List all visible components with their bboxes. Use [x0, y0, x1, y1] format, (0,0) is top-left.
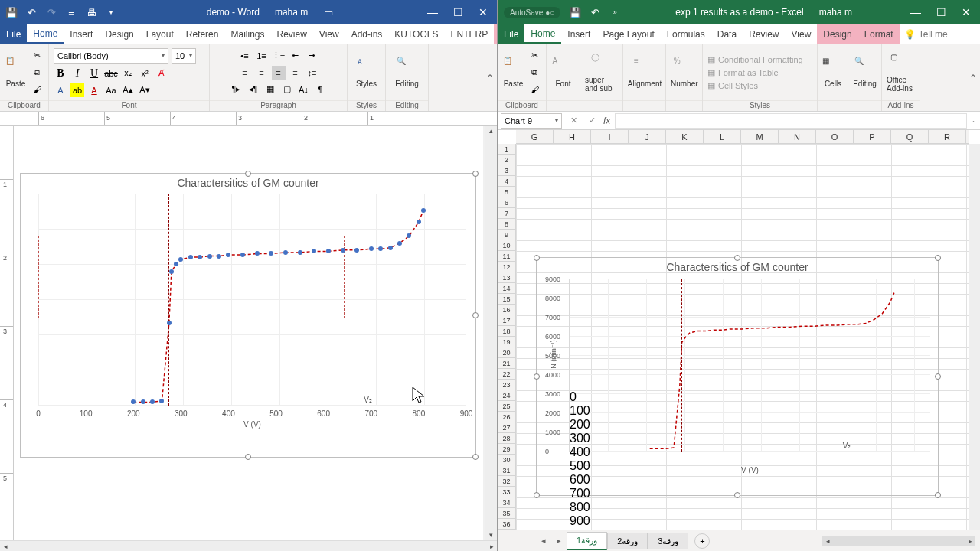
tab-mailings[interactable]: Mailings: [224, 24, 270, 44]
formula-input[interactable]: [615, 113, 967, 129]
qat-more-icon[interactable]: »: [609, 7, 620, 18]
data-point[interactable]: [169, 269, 174, 274]
highlight-icon[interactable]: ab: [70, 83, 84, 97]
word-document-area[interactable]: 654321 12345 Charactersitics of GM count…: [0, 112, 497, 551]
bold-button[interactable]: B: [54, 67, 67, 80]
data-point[interactable]: [378, 246, 383, 251]
list-icon[interactable]: ≡: [66, 7, 77, 18]
tab-chart-design[interactable]: Design: [817, 24, 858, 44]
resize-handle-sw[interactable]: [534, 492, 540, 498]
minimize-button[interactable]: —: [424, 6, 441, 18]
enter-icon[interactable]: ✓: [585, 116, 599, 126]
resize-handle-n[interactable]: [734, 255, 740, 261]
decrease-indent-icon[interactable]: ⇤: [289, 49, 302, 63]
align-center-icon[interactable]: ≡: [255, 66, 269, 80]
data-point[interactable]: [159, 399, 164, 403]
horizontal-scrollbar[interactable]: ◂▸: [822, 536, 975, 546]
tab-layout[interactable]: Layout: [140, 24, 180, 44]
tab-chart-format[interactable]: Format: [858, 24, 900, 44]
clear-format-icon[interactable]: A̸: [155, 67, 168, 80]
redo-icon[interactable]: ↷: [46, 7, 57, 18]
x-axis-title[interactable]: V (V): [243, 420, 261, 429]
tab-data[interactable]: Data: [711, 24, 743, 44]
data-point[interactable]: [312, 249, 316, 253]
save-icon[interactable]: 💾: [570, 7, 580, 18]
vertical-scrollbar[interactable]: [969, 144, 980, 530]
resize-handle-ne[interactable]: [935, 255, 941, 261]
data-point[interactable]: [188, 255, 193, 259]
grow-font-icon[interactable]: A▴: [121, 83, 135, 97]
bullet-list-icon[interactable]: •≡: [238, 49, 252, 63]
increase-indent-icon[interactable]: ⇥: [305, 49, 319, 63]
shading-icon[interactable]: ▦: [263, 83, 277, 96]
editing-button[interactable]: 🔍Editing: [390, 57, 423, 88]
expand-formula-bar-icon[interactable]: ⌄: [972, 117, 977, 124]
sheet-nav-prev-icon[interactable]: ◂: [536, 536, 551, 546]
editing-button[interactable]: 🔍Editing: [853, 57, 877, 88]
number-list-icon[interactable]: 1≡: [255, 49, 269, 63]
sheet-tab-2[interactable]: ورقة2: [607, 533, 648, 549]
data-point[interactable]: [178, 257, 183, 262]
print-icon[interactable]: 🖶: [86, 7, 96, 18]
chart-plot-area[interactable]: V₂ V (V) 0100200300400500600700800900: [38, 194, 466, 406]
data-point[interactable]: [217, 254, 221, 259]
autosave-toggle[interactable]: AutoSave ●○: [504, 7, 560, 18]
vertical-scrollbar[interactable]: ▴▾: [485, 126, 497, 540]
line-spacing-icon[interactable]: ↕≡: [305, 66, 319, 80]
resize-handle-e[interactable]: [935, 373, 941, 380]
resize-handle-se[interactable]: [472, 454, 479, 460]
cells-button[interactable]: ▦Cells: [822, 57, 844, 88]
data-point[interactable]: [388, 246, 393, 250]
copy-icon[interactable]: ⧉: [528, 66, 541, 80]
data-point[interactable]: [198, 255, 202, 259]
tab-file[interactable]: File: [498, 24, 524, 44]
addins-button[interactable]: ▢Office Add-ins: [887, 53, 915, 93]
tab-addins[interactable]: Add-ins: [345, 24, 389, 44]
word-page[interactable]: Charactersitics of GM counter V₂ V (V) 0…: [14, 126, 483, 540]
fx-icon[interactable]: fx: [603, 116, 610, 126]
user-icon[interactable]: ▭: [323, 7, 334, 18]
sheet-nav-next-icon[interactable]: ▸: [551, 536, 567, 546]
collapse-ribbon-icon[interactable]: ⌃: [486, 73, 494, 83]
maximize-button[interactable]: ☐: [450, 6, 466, 18]
close-button[interactable]: ✕: [959, 6, 974, 18]
column-headers[interactable]: GHIJKLMNOPQR: [516, 130, 969, 144]
copy-icon[interactable]: ⧉: [30, 66, 44, 80]
resize-handle-n[interactable]: [245, 171, 251, 177]
borders-icon[interactable]: ▢: [280, 83, 294, 96]
subscript-button[interactable]: x₂: [121, 67, 135, 80]
horizontal-ruler[interactable]: 654321: [0, 112, 497, 126]
format-painter-icon[interactable]: 🖌: [528, 83, 541, 96]
resize-handle-ne[interactable]: [472, 171, 479, 177]
data-point[interactable]: [255, 251, 260, 256]
resize-handle-se[interactable]: [935, 492, 941, 498]
paste-button[interactable]: 📋Paste: [502, 57, 524, 88]
resize-handle-nw[interactable]: [534, 255, 540, 261]
data-point[interactable]: [167, 321, 172, 325]
data-point[interactable]: [421, 208, 426, 213]
data-point[interactable]: [141, 399, 145, 404]
sheet-tab-1[interactable]: ورقة1: [567, 532, 607, 550]
data-point[interactable]: [407, 233, 411, 238]
collapse-ribbon-icon[interactable]: ⌃: [969, 73, 977, 83]
tab-file[interactable]: File: [0, 24, 27, 44]
resize-handle-w[interactable]: [534, 373, 540, 380]
data-point[interactable]: [326, 249, 331, 253]
rtl-icon[interactable]: ◂¶: [247, 83, 260, 96]
qat-more-icon[interactable]: ▾: [106, 7, 116, 18]
data-point[interactable]: [354, 248, 359, 253]
row-headers[interactable]: 1234567891011121314151617181920212223242…: [498, 144, 516, 530]
change-case-icon[interactable]: Aa: [104, 83, 118, 97]
sort-icon[interactable]: A↓: [297, 83, 311, 96]
font-size-select[interactable]: 10▾: [172, 48, 196, 64]
close-button[interactable]: ✕: [475, 6, 491, 18]
data-point[interactable]: [283, 250, 288, 255]
tab-references[interactable]: Referen: [180, 24, 225, 44]
justify-icon[interactable]: ≡: [289, 66, 302, 80]
data-point[interactable]: [240, 253, 245, 257]
strike-button[interactable]: abc: [104, 67, 118, 80]
data-point[interactable]: [397, 241, 402, 246]
font-color-icon[interactable]: A: [87, 83, 101, 97]
tab-review[interactable]: Review: [270, 24, 312, 44]
format-painter-icon[interactable]: 🖌: [30, 83, 44, 96]
